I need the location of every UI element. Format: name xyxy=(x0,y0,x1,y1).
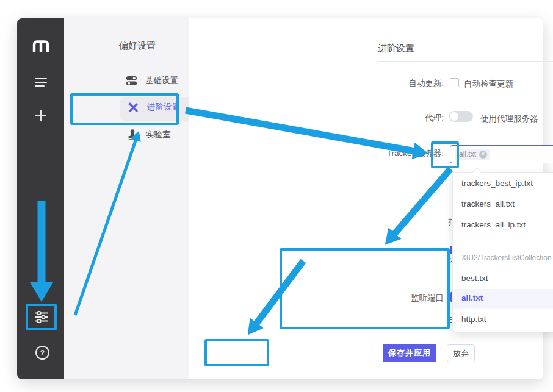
proxy-label: 代理: xyxy=(330,113,444,124)
preferences-title: 偏好设置 xyxy=(119,40,156,52)
add-task-icon[interactable] xyxy=(34,109,48,125)
auto-update-label: 自动更新: xyxy=(330,78,444,89)
nav-item-label: 实验室 xyxy=(146,129,171,140)
nav-item-basic-settings[interactable]: 基础设置 xyxy=(126,75,178,86)
dropdown-option[interactable]: trackers_best_ip.txt xyxy=(453,176,553,191)
nav-item-label: 进阶设置 xyxy=(147,102,180,113)
save-apply-button[interactable]: 保存并应用 xyxy=(383,344,436,362)
app-logo-icon xyxy=(32,40,50,54)
main-panel: × 进阶设置 自动更新: 自动检查更新 代理: 使用代理服务器 Tracker … xyxy=(189,18,543,379)
nav-item-label: 基础设置 xyxy=(145,75,178,86)
listen-port-label: 监听端口 xyxy=(330,293,444,304)
page-title: 进阶设置 xyxy=(378,43,414,54)
auto-update-checkbox-label[interactable]: 自动检查更新 xyxy=(464,79,513,90)
tracker-dropdown: trackers_best_ip.txt trackers_all.txt tr… xyxy=(452,172,553,332)
dropdown-option[interactable]: trackers_all_ip.txt xyxy=(453,218,553,232)
tracker-server-select[interactable]: all.txt × xyxy=(450,145,553,163)
selected-tracker-tag: all.txt × xyxy=(455,149,490,160)
discard-button[interactable]: 放弃 xyxy=(447,344,475,362)
stamp-icon xyxy=(128,129,137,140)
dropdown-divider xyxy=(461,243,553,243)
tag-label: all.txt xyxy=(459,150,476,159)
dropdown-option[interactable]: http.txt xyxy=(453,312,553,327)
nav-item-advanced-settings[interactable]: 进阶设置 xyxy=(128,102,180,113)
toggles-icon xyxy=(126,76,137,86)
help-icon[interactable]: ? xyxy=(35,346,49,360)
selected-option-label: all.txt xyxy=(461,293,483,302)
dropdown-option[interactable]: best.txt xyxy=(453,271,553,286)
preferences-panel: 偏好设置 基础设置 进阶设置 xyxy=(64,18,189,379)
help-glyph: ? xyxy=(40,349,45,357)
task-list-icon[interactable] xyxy=(35,78,47,87)
toggle-knob xyxy=(450,112,458,121)
title-divider xyxy=(378,61,553,62)
app-window: ? 偏好设置 基础设置 xyxy=(17,18,543,379)
proxy-toggle-label[interactable]: 使用代理服务器 xyxy=(480,113,538,124)
nav-item-lab[interactable]: 实验室 xyxy=(128,129,171,140)
preferences-sliders-icon[interactable] xyxy=(35,311,48,326)
dropdown-option-selected[interactable]: all.txt ✓ xyxy=(453,289,553,309)
proxy-toggle[interactable] xyxy=(449,111,473,122)
auto-update-checkbox[interactable] xyxy=(450,78,459,87)
text-fragment: 〈 xyxy=(447,227,452,238)
dropdown-option[interactable]: trackers_all.txt xyxy=(453,197,553,212)
tracker-server-label: Tracker 服务器: xyxy=(330,148,444,159)
tag-remove-icon[interactable]: × xyxy=(479,151,487,159)
dropdown-group-label: XIU2/TrackersListCollection xyxy=(453,252,553,264)
sidebar: ? xyxy=(17,18,64,379)
dropdown-notch xyxy=(472,168,482,177)
tools-icon xyxy=(128,102,139,113)
screen: ? 偏好设置 基础设置 xyxy=(0,0,553,392)
